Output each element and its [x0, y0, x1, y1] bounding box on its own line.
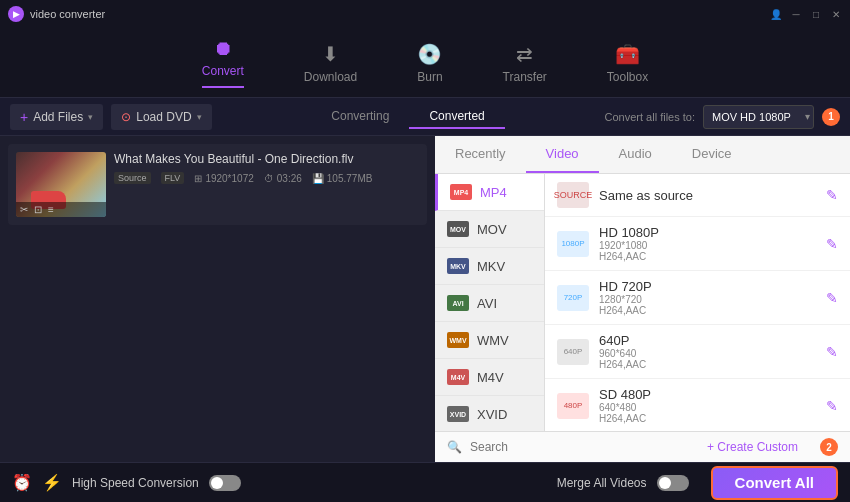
- format-hd1080[interactable]: 1080P HD 1080P 1920*1080 H264,AAC ✎: [545, 217, 850, 271]
- search-icon: 🔍: [447, 440, 462, 454]
- nav-download[interactable]: ⬇ Download: [294, 36, 367, 90]
- convert-all-files-label: Convert all files to:: [605, 111, 695, 123]
- close-button[interactable]: ✕: [830, 8, 842, 20]
- format-hd720[interactable]: 720P HD 720P 1280*720 H264,AAC ✎: [545, 271, 850, 325]
- merge-label: Merge All Videos: [557, 476, 647, 490]
- bottom-bar: ⏰ ⚡ High Speed Conversion Merge All Vide…: [0, 462, 850, 502]
- hd1080-icon: 1080P: [557, 231, 589, 257]
- app-logo: ▶: [8, 6, 24, 22]
- load-dvd-button[interactable]: ⊙ Load DVD ▾: [111, 104, 211, 130]
- sd480-name: SD 480P: [599, 387, 816, 402]
- format-search-bar: 🔍 + Create Custom 2: [435, 431, 850, 462]
- sd480-info: SD 480P 640*480 H264,AAC: [599, 387, 816, 424]
- edit-icon-0[interactable]: ✎: [826, 187, 838, 203]
- format-selector-wrap[interactable]: MOV HD 1080P MP4 HD 1080P MP4 HD 720P: [703, 105, 814, 129]
- tab-audio[interactable]: Audio: [599, 136, 672, 173]
- nav-transfer-label: Transfer: [503, 70, 547, 84]
- speed-toggle[interactable]: [209, 475, 241, 491]
- merge-toggle[interactable]: [657, 475, 689, 491]
- minimize-button[interactable]: ─: [790, 8, 802, 20]
- nav-convert[interactable]: ⏺ Convert: [192, 31, 254, 94]
- add-files-label: Add Files: [33, 110, 83, 124]
- nav-toolbox[interactable]: 🧰 Toolbox: [597, 36, 658, 90]
- format-panel: Recently Video Audio Device MP4 MP4 MOV …: [435, 136, 850, 462]
- title-bar: ▶ video converter 👤 ─ □ ✕: [0, 0, 850, 28]
- edit-icon-1[interactable]: ✎: [826, 236, 838, 252]
- file-meta: Source FLV ⊞ 1920*1072 ⏱ 03:26 💾 105.7: [114, 172, 419, 184]
- plus-icon: +: [20, 109, 28, 125]
- format-xvid[interactable]: XVID XVID: [435, 396, 544, 431]
- format-mkv[interactable]: MKV MKV: [435, 248, 544, 285]
- toolbox-icon: 🧰: [615, 42, 640, 66]
- edit-icon-4[interactable]: ✎: [826, 398, 838, 414]
- create-custom-button[interactable]: + Create Custom: [697, 440, 808, 454]
- sd480-icon: 480P: [557, 393, 589, 419]
- hd720-info: HD 720P 1280*720 H264,AAC: [599, 279, 816, 316]
- thumbnail-controls: ✂ ⊡ ≡: [16, 202, 106, 217]
- badge-2: 2: [820, 438, 838, 456]
- hd720-sub: 1280*720 H264,AAC: [599, 294, 816, 316]
- effects-icon[interactable]: ≡: [48, 204, 54, 215]
- main-content: ✂ ⊡ ≡ What Makes You Beautiful - One Dir…: [0, 136, 850, 462]
- badge-1: 1: [822, 108, 840, 126]
- format-m4v[interactable]: M4V M4V: [435, 359, 544, 396]
- avi-icon: AVI: [447, 295, 469, 311]
- edit-icon-2[interactable]: ✎: [826, 290, 838, 306]
- file-item: ✂ ⊡ ≡ What Makes You Beautiful - One Dir…: [8, 144, 427, 225]
- load-dvd-chevron: ▾: [197, 112, 202, 122]
- format-avi[interactable]: AVI AVI: [435, 285, 544, 322]
- hd1080-info: HD 1080P 1920*1080 H264,AAC: [599, 225, 816, 262]
- convert-icon: ⏺: [213, 37, 233, 60]
- mp4-icon: MP4: [450, 184, 472, 200]
- nav-transfer[interactable]: ⇄ Transfer: [493, 36, 557, 90]
- edit-icon-3[interactable]: ✎: [826, 344, 838, 360]
- hd720-name: HD 720P: [599, 279, 816, 294]
- format-mp4[interactable]: MP4 MP4: [435, 174, 544, 211]
- load-dvd-label: Load DVD: [136, 110, 191, 124]
- format-mov[interactable]: MOV MOV: [435, 211, 544, 248]
- 640p-sub: 960*640 H264,AAC: [599, 348, 816, 370]
- nav-convert-label: Convert: [202, 64, 244, 78]
- speed-icon[interactable]: ⚡: [42, 473, 62, 492]
- file-name: What Makes You Beautiful - One Direction…: [114, 152, 419, 166]
- format-badge: FLV: [161, 172, 185, 184]
- tab-converted[interactable]: Converted: [409, 105, 504, 129]
- xvid-icon: XVID: [447, 406, 469, 422]
- schedule-icon[interactable]: ⏰: [12, 473, 32, 492]
- format-wmv[interactable]: WMV WMV: [435, 322, 544, 359]
- user-icon[interactable]: 👤: [770, 8, 782, 20]
- file-thumbnail: ✂ ⊡ ≡: [16, 152, 106, 217]
- tab-device[interactable]: Device: [672, 136, 752, 173]
- tab-recently[interactable]: Recently: [435, 136, 526, 173]
- maximize-button[interactable]: □: [810, 8, 822, 20]
- format-sd480[interactable]: 480P SD 480P 640*480 H264,AAC ✎: [545, 379, 850, 431]
- format-tabs: Recently Video Audio Device: [435, 136, 850, 174]
- nav-toolbox-label: Toolbox: [607, 70, 648, 84]
- toolbar-tabs: Converting Converted: [280, 105, 537, 129]
- file-list: ✂ ⊡ ≡ What Makes You Beautiful - One Dir…: [0, 136, 435, 462]
- convert-all-button[interactable]: Convert All: [711, 466, 838, 500]
- hd1080-name: HD 1080P: [599, 225, 816, 240]
- title-bar-left: ▶ video converter: [8, 6, 105, 22]
- download-icon: ⬇: [322, 42, 339, 66]
- m4v-icon: M4V: [447, 369, 469, 385]
- format-640p[interactable]: 640P 640P 960*640 H264,AAC ✎: [545, 325, 850, 379]
- format-selector[interactable]: MOV HD 1080P MP4 HD 1080P MP4 HD 720P: [703, 105, 814, 129]
- source-label: Source: [114, 172, 151, 184]
- cut-icon[interactable]: ✂: [20, 204, 28, 215]
- speed-label: High Speed Conversion: [72, 476, 199, 490]
- toolbar: + Add Files ▾ ⊙ Load DVD ▾ Converting Co…: [0, 98, 850, 136]
- 640p-icon: 640P: [557, 339, 589, 365]
- 640p-name: 640P: [599, 333, 816, 348]
- search-input[interactable]: [470, 440, 689, 454]
- format-right-list: SOURCE Same as source ✎ 1080P HD 1080P 1…: [545, 174, 850, 431]
- crop-icon[interactable]: ⊡: [34, 204, 42, 215]
- add-files-chevron: ▾: [88, 112, 93, 122]
- app-title: video converter: [30, 8, 105, 20]
- transfer-icon: ⇄: [516, 42, 533, 66]
- tab-converting[interactable]: Converting: [311, 105, 409, 129]
- nav-burn[interactable]: 💿 Burn: [407, 36, 452, 90]
- format-same-as-source[interactable]: SOURCE Same as source ✎: [545, 174, 850, 217]
- tab-video[interactable]: Video: [526, 136, 599, 173]
- add-files-button[interactable]: + Add Files ▾: [10, 104, 103, 130]
